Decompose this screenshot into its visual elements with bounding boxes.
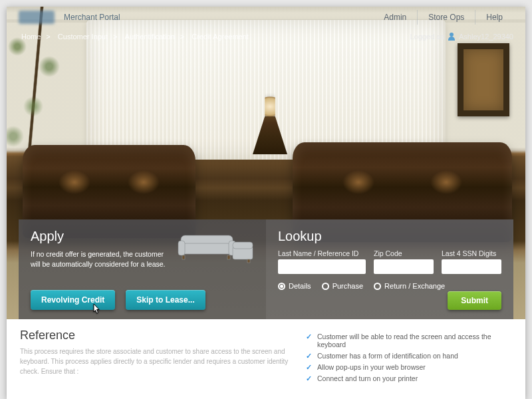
check-icon: ✓ bbox=[306, 363, 312, 371]
portal-title: Merchant Portal bbox=[64, 13, 120, 22]
nav-right: Admin Store Ops Help bbox=[373, 10, 513, 25]
lookup-panel: Lookup Last Name / Reference ID Zip Code… bbox=[266, 219, 513, 319]
check-item-3: ✓Connect and turn on your printer bbox=[306, 374, 512, 382]
submit-button[interactable]: Submit bbox=[448, 291, 501, 310]
header: Merchant Portal Admin Store Ops Help bbox=[7, 7, 525, 28]
svg-rect-1 bbox=[181, 243, 233, 254]
zip-input[interactable] bbox=[374, 259, 434, 274]
reference-section: Reference This process requires the stor… bbox=[7, 319, 525, 399]
decor-art bbox=[458, 43, 509, 116]
user-icon bbox=[448, 33, 455, 41]
hero-background: Merchant Portal Admin Store Ops Help Hom… bbox=[7, 7, 525, 319]
crumb-authentification[interactable]: Authentification bbox=[125, 33, 175, 41]
lastname-label: Last Name / Reference ID bbox=[278, 249, 366, 257]
radio-purchase-label: Purchase bbox=[332, 282, 363, 290]
radio-return-label: Return / Exchange bbox=[384, 282, 445, 290]
svg-rect-6 bbox=[182, 255, 185, 259]
check-icon: ✓ bbox=[306, 374, 312, 382]
radio-details-label: Details bbox=[289, 282, 311, 290]
breadcrumb: Home> Customer Input> Authentification> … bbox=[19, 33, 251, 41]
sofa-image bbox=[176, 223, 255, 267]
svg-rect-8 bbox=[247, 259, 250, 263]
radio-details[interactable]: Details bbox=[278, 282, 311, 290]
radio-purchase[interactable]: Purchase bbox=[322, 282, 363, 290]
check-item-0: ✓Customer will be able to read the scree… bbox=[306, 332, 512, 348]
nav-help[interactable]: Help bbox=[475, 10, 513, 25]
logged-label: Logged as bbox=[410, 33, 444, 41]
radio-dot-icon bbox=[322, 283, 329, 290]
check-icon: ✓ bbox=[306, 352, 312, 360]
zip-label: Zip Code bbox=[374, 249, 434, 257]
radio-dot-icon bbox=[278, 283, 285, 290]
check-icon: ✓ bbox=[306, 332, 312, 340]
username: Ashley12_29340 bbox=[459, 33, 513, 41]
nav-store-ops[interactable]: Store Ops bbox=[417, 10, 475, 25]
svg-rect-5 bbox=[233, 242, 253, 249]
nav-admin[interactable]: Admin bbox=[373, 10, 417, 25]
reference-title: Reference bbox=[20, 329, 293, 342]
logged-as: Logged as Ashley12_29340 bbox=[410, 33, 513, 41]
apply-panel: Apply If no credit offer is generated, t… bbox=[19, 219, 266, 319]
ssn-label: Last 4 SSN Digits bbox=[442, 249, 501, 257]
logo bbox=[19, 11, 55, 24]
radio-dot-icon bbox=[374, 283, 381, 290]
crumb-credit-agreement[interactable]: Credit Agreement bbox=[192, 33, 249, 41]
crumb-customer-input[interactable]: Customer Input bbox=[58, 33, 108, 41]
revolving-credit-button[interactable]: Revolving Credit bbox=[31, 290, 115, 310]
check-item-1: ✓Customer has a form of identification o… bbox=[306, 352, 512, 360]
subheader: Home> Customer Input> Authentification> … bbox=[7, 28, 525, 45]
radio-return[interactable]: Return / Exchange bbox=[374, 282, 445, 290]
apply-desc: If no credit offer is generated, the cus… bbox=[31, 249, 170, 269]
svg-rect-7 bbox=[227, 255, 230, 259]
lookup-title: Lookup bbox=[278, 229, 501, 244]
ssn-input[interactable] bbox=[442, 259, 501, 274]
skip-to-lease-button[interactable]: Skip to Lease... bbox=[126, 290, 205, 310]
check-item-2: ✓Allow pop-ups in your web browser bbox=[306, 363, 512, 371]
lastname-input[interactable] bbox=[278, 259, 366, 274]
reference-desc: This process requires the store associat… bbox=[20, 346, 293, 376]
crumb-home[interactable]: Home bbox=[21, 33, 41, 41]
svg-rect-2 bbox=[178, 241, 185, 255]
